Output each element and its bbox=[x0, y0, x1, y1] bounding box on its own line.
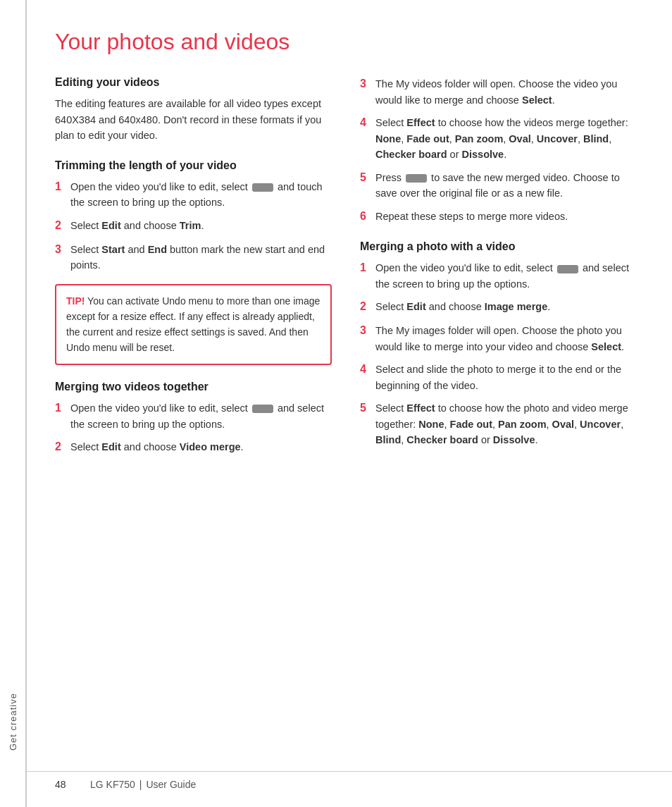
footer-model: LG KF750 bbox=[90, 779, 135, 790]
list-item: 5 Press to save the new merged video. Ch… bbox=[360, 170, 637, 202]
list-item: 6 Repeat these steps to merge more video… bbox=[360, 209, 637, 226]
trimming-list: 1 Open the video you'd like to edit, sel… bbox=[55, 179, 332, 273]
footer-guide: User Guide bbox=[146, 779, 196, 790]
main-content: Your photos and videos Editing your vide… bbox=[27, 0, 672, 807]
icon-pill bbox=[406, 174, 427, 183]
list-num: 3 bbox=[55, 241, 70, 259]
list-item: 4 Select and slide the photo to merge it… bbox=[360, 362, 637, 393]
list-content: Select Edit and choose Trim. bbox=[70, 218, 332, 233]
icon-pill bbox=[252, 183, 273, 192]
list-content: Select Effect to choose how the photo an… bbox=[375, 400, 637, 448]
merging-videos-list: 1 Open the video you'd like to edit, sel… bbox=[55, 400, 332, 456]
icon-pill bbox=[252, 405, 273, 413]
list-item: 3 Select Start and End button mark the n… bbox=[55, 242, 332, 273]
list-content: The My videos folder will open. Choose t… bbox=[375, 76, 637, 108]
list-content: Open the video you'd like to edit, selec… bbox=[375, 260, 637, 292]
tip-box: TIP! You can activate Undo menu to more … bbox=[55, 284, 332, 365]
section-merging-videos-heading: Merging two videos together bbox=[55, 381, 332, 393]
list-content: Repeat these steps to merge more videos. bbox=[375, 209, 637, 224]
icon-pill bbox=[557, 265, 578, 273]
list-item: 4 Select Effect to choose how the videos… bbox=[360, 115, 637, 162]
section-editing-heading: Editing your videos bbox=[55, 76, 332, 89]
list-content: Select Start and End button mark the new… bbox=[70, 242, 332, 273]
list-content: Open the video you'd like to edit, selec… bbox=[70, 400, 332, 432]
tip-text: You can activate Undo menu to more than … bbox=[66, 295, 320, 352]
section-merging-photo-heading: Merging a photo with a video bbox=[360, 240, 637, 253]
footer-separator: | bbox=[139, 779, 142, 790]
list-content: Select Edit and choose Image merge. bbox=[375, 299, 637, 314]
columns: Editing your videos The editing features… bbox=[55, 76, 637, 765]
col-right: 3 The My videos folder will open. Choose… bbox=[360, 76, 637, 765]
list-item: 5 Select Effect to choose how the photo … bbox=[360, 400, 637, 448]
list-item: 3 The My images folder will open. Choose… bbox=[360, 323, 637, 355]
list-num: 4 bbox=[360, 361, 375, 378]
list-item: 3 The My videos folder will open. Choose… bbox=[360, 76, 637, 108]
list-content: Open the video you'd like to edit, selec… bbox=[70, 179, 332, 211]
list-num: 3 bbox=[360, 75, 375, 93]
list-num: 1 bbox=[55, 400, 70, 417]
list-content: Select and slide the photo to merge it t… bbox=[375, 362, 637, 393]
list-num: 3 bbox=[360, 322, 375, 340]
merging-videos-cont-list: 3 The My videos folder will open. Choose… bbox=[360, 76, 637, 225]
list-item: 1 Open the video you'd like to edit, sel… bbox=[55, 400, 332, 432]
sidebar: Get creative bbox=[0, 0, 27, 807]
list-item: 1 Open the video you'd like to edit, sel… bbox=[360, 260, 637, 292]
list-content: Select Effect to choose how the videos m… bbox=[375, 115, 637, 162]
merging-photo-list: 1 Open the video you'd like to edit, sel… bbox=[360, 260, 637, 448]
list-item: 2 Select Edit and choose Trim. bbox=[55, 218, 332, 235]
list-num: 5 bbox=[360, 400, 375, 417]
list-item: 1 Open the video you'd like to edit, sel… bbox=[55, 179, 332, 211]
list-num: 2 bbox=[55, 438, 70, 456]
list-num: 1 bbox=[55, 178, 70, 196]
footer: 48 LG KF750 | User Guide bbox=[27, 771, 672, 790]
page-container: Get creative Your photos and videos Edit… bbox=[0, 0, 672, 807]
list-content: Select Edit and choose Video merge. bbox=[70, 439, 332, 455]
list-num: 5 bbox=[360, 169, 375, 187]
list-num: 4 bbox=[360, 114, 375, 132]
list-content: Press to save the new merged video. Choo… bbox=[375, 170, 637, 202]
sidebar-label: Get creative bbox=[8, 693, 18, 751]
list-num: 2 bbox=[55, 217, 70, 235]
list-item: 2 Select Edit and choose Image merge. bbox=[360, 299, 637, 316]
footer-page-number: 48 bbox=[55, 779, 83, 790]
list-content: The My images folder will open. Choose t… bbox=[375, 323, 637, 355]
list-num: 2 bbox=[360, 298, 375, 316]
list-num: 6 bbox=[360, 208, 375, 226]
col-left: Editing your videos The editing features… bbox=[55, 76, 332, 765]
tip-label: TIP! bbox=[66, 295, 85, 307]
list-num: 1 bbox=[360, 259, 375, 277]
section-editing-body: The editing features are available for a… bbox=[55, 96, 332, 143]
section-trimming-heading: Trimming the length of your video bbox=[55, 159, 332, 172]
list-item: 2 Select Edit and choose Video merge. bbox=[55, 439, 332, 456]
page-title: Your photos and videos bbox=[55, 28, 637, 55]
